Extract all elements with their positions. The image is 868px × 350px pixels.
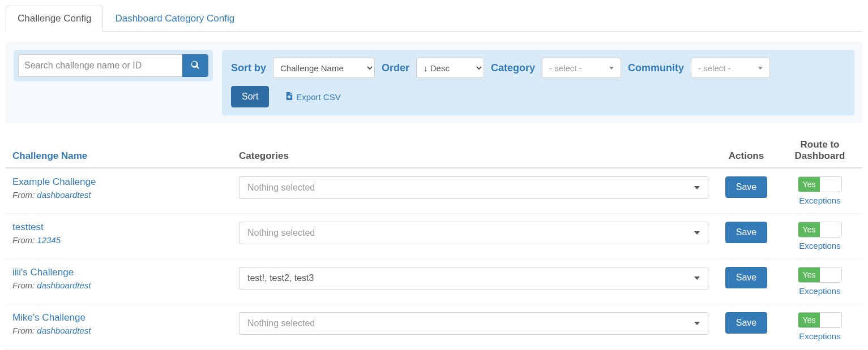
exceptions-link[interactable]: Exceptions [784,331,856,341]
from-link[interactable]: dashboardtest [37,326,91,335]
chevron-down-icon [758,67,763,70]
table-row: Mike's ChallengeFrom: dashboardtestNothi… [6,304,862,349]
toggle-on-label: Yes [798,313,820,327]
route-toggle[interactable]: Yes [798,267,843,283]
categories-dropdown[interactable]: Nothing selected [239,222,708,244]
export-csv-link[interactable]: Export CSV [286,92,340,102]
from-line: From: dashboardtest [12,190,225,200]
route-toggle[interactable]: Yes [798,312,843,328]
exceptions-link[interactable]: Exceptions [784,241,856,250]
filter-panel: Sort by Challenge Name Order ↓ Desc Cate… [6,42,862,123]
from-link[interactable]: dashboardtest [37,190,91,200]
search-icon [191,61,200,71]
file-icon [286,92,293,102]
categories-dropdown[interactable]: test!, test2, test3 [239,267,708,289]
chevron-down-icon [609,67,614,70]
exceptions-link[interactable]: Exceptions [784,286,856,296]
toggle-handle [820,313,841,327]
route-toggle[interactable]: Yes [798,222,843,237]
sort-button-label: Sort [242,92,258,101]
col-header-categories: Categories [232,133,715,168]
tab-label: Challenge Config [18,13,91,24]
sort-row: Sort by Challenge Name Order ↓ Desc Cate… [231,58,845,78]
sort-panel: Sort by Challenge Name Order ↓ Desc Cate… [222,50,854,115]
community-value: - select - [698,63,731,73]
search-button[interactable] [182,54,208,77]
toggle-on-label: Yes [798,267,820,282]
toggle-on-label: Yes [798,177,820,192]
challenge-table: Challenge Name Categories Actions Route … [6,133,862,349]
toggle-on-label: Yes [798,222,820,237]
search-input[interactable] [18,54,182,77]
sort-button[interactable]: Sort [231,86,269,107]
col-header-actions: Actions [715,133,777,168]
categories-value: Nothing selected [247,318,315,329]
categories-dropdown[interactable]: Nothing selected [239,312,708,335]
from-line: From: 12345 [12,235,225,245]
challenge-name-link[interactable]: testtest [12,222,44,232]
table-row: testtestFrom: 12345Nothing selectedSaveY… [6,214,862,259]
challenge-name-link[interactable]: Mike's Challenge [12,312,85,323]
from-link[interactable]: dashboardtest [37,280,91,290]
order-label: Order [382,62,409,74]
chevron-down-icon [694,276,700,280]
order-select[interactable]: ↓ Desc [416,58,484,78]
community-select[interactable]: - select - [691,58,770,78]
categories-dropdown[interactable]: Nothing selected [239,176,708,199]
route-toggle[interactable]: Yes [798,176,843,192]
category-value: - select - [549,63,582,73]
toggle-handle [820,222,841,237]
chevron-down-icon [694,322,700,325]
search-wrap [14,50,213,81]
from-link[interactable]: 12345 [37,235,61,245]
sort-by-select[interactable]: Challenge Name [273,58,375,78]
challenge-name-link[interactable]: iiii's Challenge [12,267,74,278]
table-row: iiii's ChallengeFrom: dashboardtesttest!… [6,259,862,304]
save-button[interactable]: Save [725,312,767,334]
save-button[interactable]: Save [725,222,767,243]
table-row: Example ChallengeFrom: dashboardtestNoth… [6,168,862,214]
col-header-route: Route to Dashboard [777,133,862,168]
tab-dashboard-category-config[interactable]: Dashboard Category Config [103,6,246,32]
save-button[interactable]: Save [725,267,767,288]
categories-value: test!, test2, test3 [247,273,314,283]
categories-value: Nothing selected [247,228,315,238]
chevron-down-icon [694,186,700,189]
challenge-name-link[interactable]: Example Challenge [12,176,96,187]
tab-bar: Challenge Config Dashboard Category Conf… [6,6,862,32]
category-select[interactable]: - select - [542,58,621,78]
tab-challenge-config[interactable]: Challenge Config [6,6,103,32]
toggle-handle [820,267,841,282]
chevron-down-icon [694,231,700,235]
save-button[interactable]: Save [725,176,767,198]
col-header-challenge-name[interactable]: Challenge Name [6,133,232,168]
export-csv-label: Export CSV [296,92,340,102]
toggle-handle [820,177,841,192]
exceptions-link[interactable]: Exceptions [784,196,856,205]
community-label: Community [628,62,684,74]
sort-actions-row: Sort Export CSV [231,86,845,107]
from-line: From: dashboardtest [12,326,225,335]
tab-label: Dashboard Category Config [115,13,234,24]
from-line: From: dashboardtest [12,280,225,290]
categories-value: Nothing selected [247,183,315,193]
sort-by-label: Sort by [231,62,266,74]
category-label: Category [491,62,535,74]
